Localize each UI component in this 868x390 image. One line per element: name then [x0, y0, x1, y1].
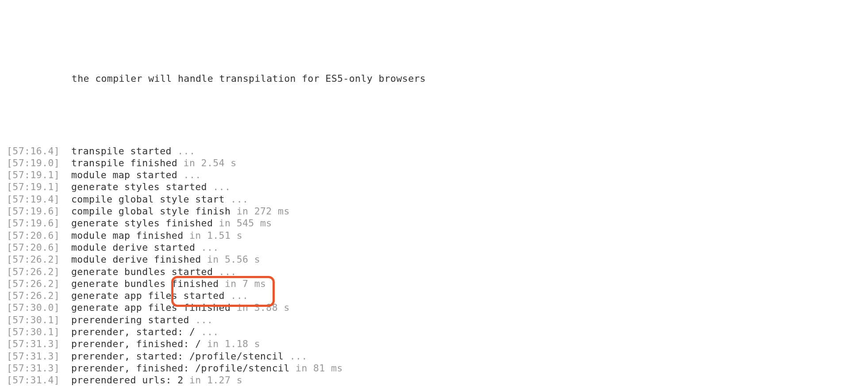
timestamp: [57:19.1]: [7, 181, 60, 192]
timestamp: [57:26.2]: [7, 290, 60, 301]
log-line: [57:30.1] prerendering started ...: [7, 314, 861, 326]
log-tail: in 7 ms: [219, 278, 266, 289]
log-tail: ...: [207, 181, 230, 192]
log-tail: ...: [172, 145, 195, 157]
log-message: prerendered urls: 2: [71, 375, 184, 386]
log-message: compile global style start: [71, 194, 225, 205]
log-tail: ...: [225, 194, 248, 205]
log-line: [57:19.6] compile global style finish in…: [7, 205, 861, 217]
log-tail: in 3.88 s: [230, 302, 289, 313]
timestamp: [57:19.1]: [7, 169, 60, 180]
log-line: [57:16.4] transpile started ...: [7, 145, 861, 157]
log-message: generate styles finished: [71, 218, 213, 229]
log-line: [57:19.4] compile global style start ...: [7, 193, 861, 205]
timestamp: [57:30.1]: [7, 326, 60, 337]
timestamp: [57:16.4]: [7, 145, 60, 157]
log-line: [57:19.0] transpile finished in 2.54 s: [7, 157, 861, 169]
log-line: [57:26.2] module derive finished in 5.56…: [7, 253, 861, 265]
log-tail: in 81 ms: [290, 363, 343, 374]
log-message: generate styles started: [71, 181, 207, 192]
log-tail: ...: [177, 169, 201, 180]
intro-line: the compiler will handle transpilation f…: [7, 73, 426, 84]
log-tail: ...: [284, 351, 307, 362]
log-message: generate bundles finished: [71, 278, 219, 289]
timestamp: [57:26.2]: [7, 266, 60, 277]
log-line: [57:26.2] generate bundles finished in 7…: [7, 278, 861, 290]
timestamp: [57:26.2]: [7, 278, 60, 289]
log-line: [57:20.6] module derive started ...: [7, 241, 861, 253]
timestamp: [57:20.6]: [7, 230, 60, 241]
timestamp: [57:30.1]: [7, 314, 60, 325]
timestamp: [57:31.3]: [7, 363, 60, 374]
log-line: [57:19.1] module map started ...: [7, 169, 861, 181]
log-message: generate app files started: [71, 290, 225, 301]
log-message: transpile finished: [71, 157, 177, 168]
log-message: prerendering started: [71, 314, 189, 325]
log-line: [57:26.2] generate bundles started ...: [7, 266, 861, 278]
log-message: module map finished: [71, 230, 184, 241]
log-tail: in 1.27 s: [184, 375, 242, 386]
log-tail: in 1.18 s: [201, 338, 260, 349]
log-message: generate app files finished: [71, 302, 230, 313]
log-tail: ...: [195, 326, 219, 337]
log-tail: ...: [189, 314, 213, 325]
log-line: [57:31.3] prerender, finished: /profile/…: [7, 362, 861, 374]
log-tail: in 2.54 s: [177, 157, 236, 168]
timestamp: [57:19.4]: [7, 194, 60, 205]
timestamp: [57:20.6]: [7, 242, 60, 253]
log-message: transpile started: [71, 145, 172, 157]
log-lines-container: [57:16.4] transpile started ...[57:19.0]…: [7, 145, 861, 386]
log-tail: in 1.51 s: [184, 230, 242, 241]
log-message: generate bundles started: [71, 266, 213, 277]
log-line: [57:19.6] generate styles finished in 54…: [7, 217, 861, 229]
log-message: prerender, started: /profile/stencil: [71, 351, 284, 362]
log-line: [57:30.1] prerender, started: / ...: [7, 326, 861, 338]
log-message: module derive started: [71, 242, 195, 253]
log-message: prerender, started: /: [71, 326, 195, 337]
timestamp: [57:19.0]: [7, 157, 60, 168]
timestamp: [57:19.6]: [7, 218, 60, 229]
timestamp: [57:19.6]: [7, 206, 60, 217]
terminal-output: the compiler will handle transpilation f…: [0, 48, 868, 390]
timestamp: [57:26.2]: [7, 254, 60, 265]
log-tail: ...: [195, 242, 219, 253]
log-line: [57:20.6] module map finished in 1.51 s: [7, 229, 861, 241]
log-message: compile global style finish: [71, 206, 230, 217]
log-tail: in 272 ms: [230, 206, 289, 217]
log-message: module derive finished: [71, 254, 201, 265]
log-line: [57:31.3] prerender, finished: / in 1.18…: [7, 338, 861, 350]
log-tail: ...: [213, 266, 236, 277]
log-message: module map started: [71, 169, 177, 180]
timestamp: [57:31.3]: [7, 338, 60, 349]
timestamp: [57:31.3]: [7, 351, 60, 362]
log-tail: ...: [225, 290, 248, 301]
log-line: [57:26.2] generate app files started ...: [7, 290, 861, 302]
log-line: [57:30.0] generate app files finished in…: [7, 302, 861, 314]
log-message: prerender, finished: /profile/stencil: [71, 363, 290, 374]
log-line: [57:19.1] generate styles started ...: [7, 181, 861, 193]
log-tail: in 545 ms: [213, 218, 272, 229]
log-line: [57:31.3] prerender, started: /profile/s…: [7, 350, 861, 362]
timestamp: [57:31.4]: [7, 375, 60, 386]
log-tail: in 5.56 s: [201, 254, 260, 265]
log-line: [57:31.4] prerendered urls: 2 in 1.27 s: [7, 374, 861, 386]
timestamp: [57:30.0]: [7, 302, 60, 313]
log-message: prerender, finished: /: [71, 338, 201, 349]
